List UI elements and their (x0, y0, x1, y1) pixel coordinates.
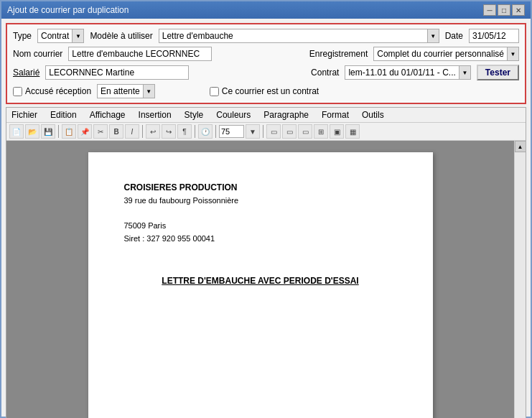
menu-paragraphe[interactable]: Paragraphe (261, 109, 311, 121)
contrat-value: lem-11.01 du 01/01/11 - C... (345, 68, 458, 78)
enregistrement-dropdown-arrow[interactable]: ▼ (507, 47, 518, 60)
editor-section: Fichier Edition Affichage Insertion Styl… (6, 107, 526, 418)
model-dropdown[interactable]: Lettre d'embauche ▼ (159, 29, 439, 43)
toolbar-para[interactable]: ¶ (177, 124, 192, 139)
toolbar-sep5 (263, 125, 263, 138)
type-value: Contrat (38, 31, 72, 41)
toolbar-sep3 (195, 125, 195, 138)
company-siret: Siret : 327 920 955 00041 (124, 233, 397, 246)
menu-edition[interactable]: Edition (48, 109, 79, 121)
date-label: Date (445, 31, 463, 41)
form-row-1: Type Contrat ▼ Modèle à utiliser Lettre … (13, 29, 519, 43)
toolbar-italic[interactable]: I (125, 124, 139, 139)
toolbar-clock[interactable]: 🕐 (198, 124, 213, 139)
toolbar-frame2[interactable]: ▭ (282, 124, 297, 139)
contrat-label: Contrat (311, 68, 339, 78)
attente-dropdown-arrow[interactable]: ▼ (143, 85, 154, 98)
type-label: Type (13, 31, 32, 41)
accuse-checkbox[interactable] (13, 87, 22, 96)
editor-area: CROISIERES PRODUCTION 39 rue du faubourg… (6, 141, 526, 418)
toolbar-frame3[interactable]: ▭ (298, 124, 312, 139)
toolbar-frame5[interactable]: ▣ (330, 124, 344, 139)
contrat-check[interactable] (210, 87, 219, 96)
accuse-group: Accusé réception (13, 86, 91, 96)
page-area[interactable]: CROISIERES PRODUCTION 39 rue du faubourg… (6, 141, 514, 418)
menu-fichier[interactable]: Fichier (9, 109, 39, 121)
contrat-check-group: Ce courrier est un contrat (210, 86, 319, 96)
toolbar-new[interactable]: 📄 (9, 124, 24, 139)
salarie-label: Salarié (13, 68, 39, 78)
toolbar-save[interactable]: 💾 (41, 124, 55, 139)
toolbar: 📄 📂 💾 📋 📌 ✂ B I ↩ ↪ ¶ 🕐 ▼ ▭ (6, 123, 526, 141)
salarie-input[interactable] (45, 65, 189, 80)
toolbar-frame4[interactable]: ⊞ (314, 124, 328, 139)
toolbar-sep2 (142, 125, 143, 138)
zoom-dropdown-btn[interactable]: ▼ (246, 124, 260, 139)
accuse-label: Accusé réception (25, 86, 91, 96)
toolbar-sep4 (215, 125, 216, 138)
nom-input[interactable] (68, 47, 212, 61)
scroll-track[interactable] (515, 152, 526, 418)
page-content: CROISIERES PRODUCTION 39 rue du faubourg… (124, 181, 397, 288)
tester-button[interactable]: Tester (477, 65, 519, 80)
menu-style[interactable]: Style (182, 109, 206, 121)
date-input[interactable] (469, 29, 519, 43)
company-address1: 39 rue du faubourg Poissonnière (124, 195, 397, 208)
enregistrement-label: Enregistrement (309, 49, 368, 59)
toolbar-paste[interactable]: 📌 (78, 124, 92, 139)
menu-format[interactable]: Format (319, 109, 351, 121)
model-dropdown-arrow[interactable]: ▼ (427, 29, 439, 42)
contrat-dropdown-arrow[interactable]: ▼ (459, 66, 470, 79)
restore-button[interactable]: □ (498, 4, 510, 16)
top-form-section: Type Contrat ▼ Modèle à utiliser Lettre … (6, 23, 526, 104)
doc-title: LETTRE D'EMBAUCHE AVEC PERIODE D'ESSAI (124, 274, 397, 288)
form-row-3: Salarié Contrat lem-11.01 du 01/01/11 - … (13, 65, 519, 80)
menu-affichage[interactable]: Affichage (88, 109, 128, 121)
form-row-4: Accusé réception En attente ▼ Ce courrie… (13, 84, 519, 98)
type-dropdown-arrow[interactable]: ▼ (72, 29, 83, 42)
attente-value: En attente (98, 86, 143, 96)
company-city: 75009 Paris (124, 220, 397, 233)
toolbar-sep1 (58, 125, 59, 138)
close-button[interactable]: ✕ (512, 4, 525, 16)
menu-couleurs[interactable]: Couleurs (214, 109, 253, 121)
zoom-input[interactable] (219, 125, 244, 138)
type-dropdown[interactable]: Contrat ▼ (37, 29, 84, 43)
toolbar-frame6[interactable]: ▦ (345, 124, 360, 139)
form-row-2: Nom courrier Enregistrement Complet du c… (13, 47, 519, 61)
contrat-check-label: Ce courrier est un contrat (222, 86, 319, 96)
toolbar-redo[interactable]: ↪ (162, 124, 176, 139)
nom-label: Nom courrier (13, 49, 62, 59)
toolbar-cut[interactable]: ✂ (93, 124, 108, 139)
enregistrement-value: Complet du courrier personnalisé (374, 49, 507, 59)
menu-insertion[interactable]: Insertion (136, 109, 174, 121)
main-window: Ajout de courrier par duplication ─ □ ✕ … (0, 0, 532, 418)
minimize-button[interactable]: ─ (483, 4, 496, 16)
company-block: CROISIERES PRODUCTION 39 rue du faubourg… (124, 181, 397, 246)
scroll-up-btn[interactable]: ▲ (515, 141, 526, 152)
toolbar-frame1[interactable]: ▭ (266, 124, 281, 139)
toolbar-undo[interactable]: ↩ (146, 124, 160, 139)
main-content: Type Contrat ▼ Modèle à utiliser Lettre … (1, 19, 531, 418)
toolbar-open[interactable]: 📂 (25, 124, 39, 139)
enregistrement-dropdown[interactable]: Complet du courrier personnalisé ▼ (373, 47, 519, 61)
model-value: Lettre d'embauche (159, 31, 427, 41)
vertical-scrollbar[interactable]: ▲ ▼ (514, 141, 526, 418)
menu-bar: Fichier Edition Affichage Insertion Styl… (6, 108, 526, 123)
toolbar-bold[interactable]: B (109, 124, 123, 139)
title-bar-buttons: ─ □ ✕ (483, 4, 525, 16)
window-title: Ajout de courrier par duplication (7, 5, 129, 15)
menu-outils[interactable]: Outils (360, 109, 386, 121)
document-page: CROISIERES PRODUCTION 39 rue du faubourg… (88, 152, 433, 418)
contrat-dropdown[interactable]: lem-11.01 du 01/01/11 - C... ▼ (345, 65, 470, 80)
title-bar: Ajout de courrier par duplication ─ □ ✕ (1, 1, 531, 19)
attente-dropdown[interactable]: En attente ▼ (97, 84, 155, 98)
company-name: CROISIERES PRODUCTION (124, 181, 397, 195)
model-label: Modèle à utiliser (90, 31, 152, 41)
toolbar-copy[interactable]: 📋 (62, 124, 76, 139)
